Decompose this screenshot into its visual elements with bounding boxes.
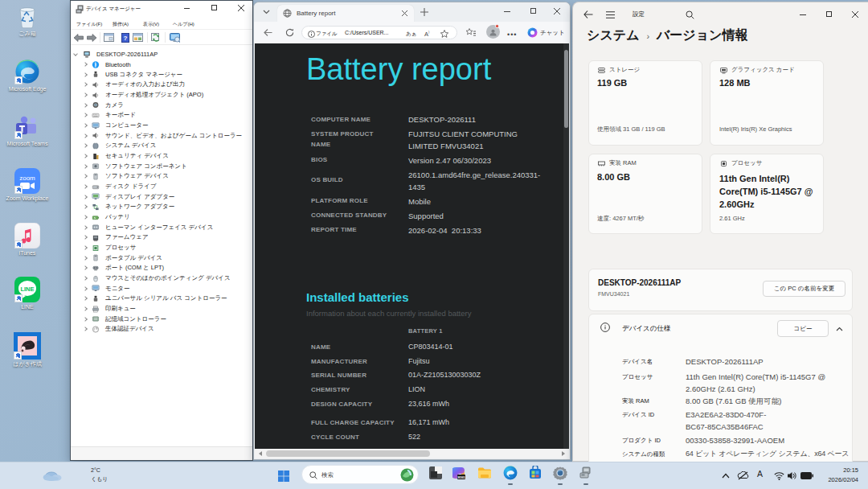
svg-text:zoom: zoom: [19, 175, 35, 182]
svg-text:LINE: LINE: [20, 286, 34, 293]
svg-text:?: ?: [124, 35, 128, 42]
svg-text:M365: M365: [458, 476, 465, 479]
